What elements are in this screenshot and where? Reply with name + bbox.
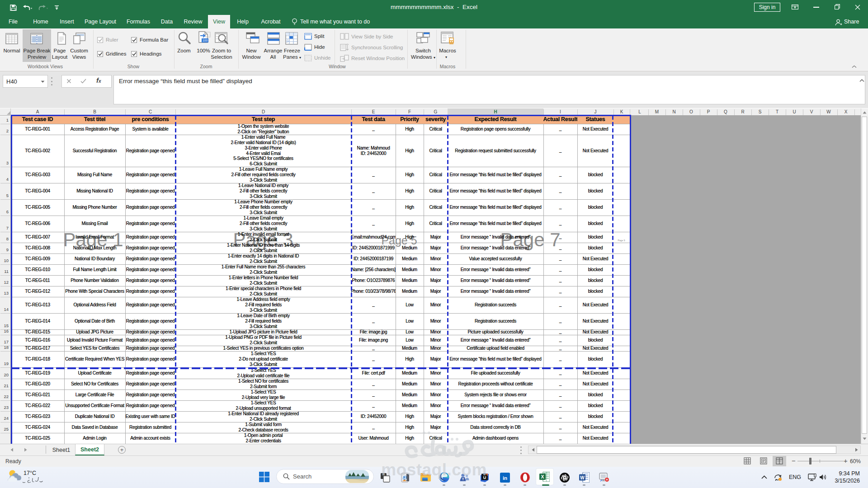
svg-text:X: X [541,474,544,479]
svg-text:100: 100 [203,39,208,42]
svg-text:W: W [580,475,585,480]
